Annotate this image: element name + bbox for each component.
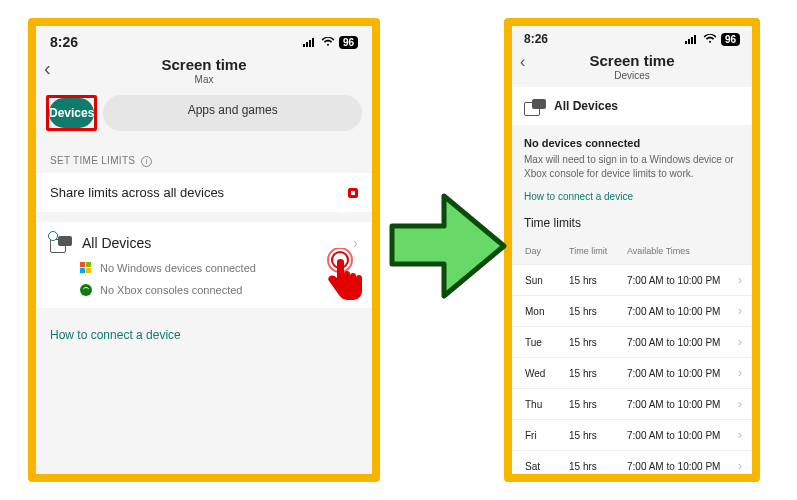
- no-devices-title: No devices connected: [524, 137, 740, 149]
- chevron-right-icon: ›: [738, 366, 742, 380]
- share-limits-label: Share limits across all devices: [50, 185, 224, 200]
- phone-screen-2: 8:26 96 ‹ Screen time Devices All Device…: [504, 18, 760, 482]
- cell-limit: 15 hrs: [569, 306, 627, 317]
- chevron-right-icon: ›: [738, 273, 742, 287]
- battery-badge: 96: [339, 36, 358, 49]
- status-right: 96: [685, 33, 740, 46]
- chevron-right-icon: ›: [353, 235, 358, 251]
- cell-limit: 15 hrs: [569, 337, 627, 348]
- table-row[interactable]: Mon15 hrs7:00 AM to 10:00 PM›: [512, 295, 752, 326]
- table-row[interactable]: Wed15 hrs7:00 AM to 10:00 PM›: [512, 357, 752, 388]
- cell-day: Thu: [525, 399, 569, 410]
- all-devices-link[interactable]: All Devices ›: [50, 234, 358, 252]
- cell-day: Fri: [525, 430, 569, 441]
- page-title: Screen time: [36, 56, 372, 73]
- status-right: 96: [303, 36, 358, 49]
- table-row[interactable]: Tue15 hrs7:00 AM to 10:00 PM›: [512, 326, 752, 357]
- section-label-text: SET TIME LIMITS: [50, 155, 135, 166]
- table-header: Day Time limit Available Times: [512, 238, 752, 264]
- tab-apps-games[interactable]: Apps and games: [103, 95, 362, 131]
- chevron-right-icon: ›: [738, 335, 742, 349]
- time-limits-table: Day Time limit Available Times Sun15 hrs…: [512, 238, 752, 481]
- no-windows-row: No Windows devices connected: [80, 262, 358, 274]
- cell-day: Mon: [525, 306, 569, 317]
- tab-devices[interactable]: Devices: [49, 98, 94, 128]
- highlight-devices-tab: Devices: [46, 95, 97, 131]
- time-limits-title: Time limits: [524, 216, 740, 230]
- cell-day: Tue: [525, 337, 569, 348]
- back-button[interactable]: ‹: [44, 58, 51, 78]
- cell-limit: 15 hrs: [569, 275, 627, 286]
- windows-icon: [80, 262, 92, 274]
- cell-limit: 15 hrs: [569, 368, 627, 379]
- highlight-toggle: [348, 188, 358, 198]
- no-xbox-text: No Xbox consoles connected: [100, 284, 242, 296]
- all-devices-row: All Devices › No Windows devices connect…: [36, 222, 372, 308]
- table-row[interactable]: Sat15 hrs7:00 AM to 10:00 PM›: [512, 450, 752, 481]
- info-icon[interactable]: i: [141, 156, 152, 167]
- signal-icon: [685, 34, 699, 44]
- cell-available: 7:00 AM to 10:00 PM: [627, 430, 738, 441]
- devices-icon: [524, 97, 546, 115]
- phone-screen-1: 8:26 96 ‹ Screen time Max Devices Apps a…: [28, 18, 380, 482]
- back-button[interactable]: ‹: [520, 54, 525, 70]
- table-row[interactable]: Fri15 hrs7:00 AM to 10:00 PM›: [512, 419, 752, 450]
- devices-icon: [50, 234, 72, 252]
- section-label-time-limits: SET TIME LIMITS i: [36, 141, 372, 173]
- table-row[interactable]: Thu15 hrs7:00 AM to 10:00 PM›: [512, 388, 752, 419]
- col-day: Day: [525, 246, 569, 256]
- cell-limit: 15 hrs: [569, 430, 627, 441]
- cell-limit: 15 hrs: [569, 461, 627, 472]
- howto-connect-link[interactable]: How to connect a device: [524, 191, 740, 202]
- chevron-right-icon: ›: [738, 304, 742, 318]
- status-bar: 8:26 96: [36, 26, 372, 52]
- cell-available: 7:00 AM to 10:00 PM: [627, 399, 738, 410]
- howto-connect-link[interactable]: How to connect a device: [36, 308, 372, 362]
- page-title: Screen time: [512, 52, 752, 69]
- arrow-annotation: [388, 186, 508, 304]
- cell-available: 7:00 AM to 10:00 PM: [627, 368, 738, 379]
- all-devices-label: All Devices: [82, 235, 343, 251]
- cell-available: 7:00 AM to 10:00 PM: [627, 337, 738, 348]
- all-devices-section: All Devices: [512, 87, 752, 125]
- cell-available: 7:00 AM to 10:00 PM: [627, 461, 738, 472]
- all-devices-header: All Devices: [524, 97, 740, 115]
- signal-icon: [303, 37, 317, 47]
- share-limits-row: Share limits across all devices: [36, 173, 372, 212]
- no-devices-body: Max will need to sign in to a Windows de…: [524, 153, 740, 181]
- chevron-right-icon: ›: [738, 397, 742, 411]
- col-available: Available Times: [627, 246, 730, 256]
- cell-day: Wed: [525, 368, 569, 379]
- chevron-right-icon: ›: [738, 459, 742, 473]
- page-header: ‹ Screen time Max: [36, 52, 372, 91]
- status-time: 8:26: [50, 34, 78, 50]
- cell-day: Sat: [525, 461, 569, 472]
- page-header: ‹ Screen time Devices: [512, 48, 752, 87]
- no-windows-text: No Windows devices connected: [100, 262, 256, 274]
- page-subtitle: Max: [36, 74, 372, 85]
- tabs: Devices Apps and games: [36, 91, 372, 141]
- col-limit: Time limit: [569, 246, 627, 256]
- table-row[interactable]: Sun15 hrs7:00 AM to 10:00 PM›: [512, 264, 752, 295]
- xbox-icon: [80, 284, 92, 296]
- cell-limit: 15 hrs: [569, 399, 627, 410]
- cell-available: 7:00 AM to 10:00 PM: [627, 306, 738, 317]
- battery-badge: 96: [721, 33, 740, 46]
- cell-day: Sun: [525, 275, 569, 286]
- status-bar: 8:26 96: [512, 26, 752, 48]
- status-time: 8:26: [524, 32, 548, 46]
- wifi-icon: [703, 34, 717, 44]
- chevron-right-icon: ›: [738, 428, 742, 442]
- page-subtitle: Devices: [512, 70, 752, 81]
- no-xbox-row: No Xbox consoles connected: [80, 284, 358, 296]
- wifi-icon: [321, 37, 335, 47]
- cell-available: 7:00 AM to 10:00 PM: [627, 275, 738, 286]
- all-devices-label: All Devices: [554, 99, 618, 113]
